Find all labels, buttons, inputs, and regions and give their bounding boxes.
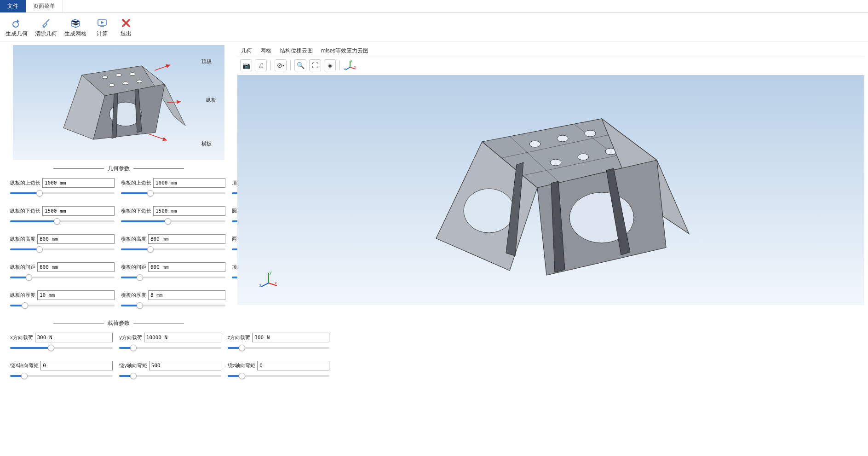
geom-slider-0[interactable] [10,190,115,197]
geom-label-1: 横板的上边长 [121,179,151,186]
load-slider-1[interactable] [119,344,221,352]
geom-label-12: 纵板的厚度 [10,292,35,299]
svg-text:y: y [270,270,272,275]
view-mode-button[interactable]: ⊘▾ [275,59,287,71]
load-label-0: x方向载荷 [10,334,33,341]
geom-section-title: 几何参数 [108,165,130,173]
preview-label-top: 顶板 [201,58,212,65]
svg-point-29 [529,141,540,147]
toolbar-separator [339,60,340,70]
load-input-1[interactable] [144,333,221,342]
print-button[interactable]: 🖨 [255,59,267,71]
geom-input-10[interactable] [148,262,225,272]
geom-label-9: 纵板的间距 [10,264,35,271]
preview-label-cross: 横板 [201,140,212,147]
load-label-4: 绕y轴向弯矩 [119,362,147,369]
svg-point-7 [123,82,128,85]
load-slider-5[interactable] [228,372,330,380]
geom-param-4: 横板的下边长 [121,206,225,225]
geom-input-12[interactable] [37,290,115,300]
svg-point-30 [557,135,568,142]
load-input-0[interactable] [35,333,113,342]
svg-point-5 [130,73,135,75]
viewer-tab-mesh[interactable]: 网格 [260,47,271,55]
gen-geom-label: 生成几何 [6,30,28,38]
main-area: 顶板 纵板 横板 几何参数 纵板的上边长横板的上边长顶板圆孔半径纵板的下边长横板… [0,41,868,383]
geom-input-4[interactable] [153,206,225,216]
load-input-4[interactable] [149,361,221,370]
geom-param-3: 纵板的下边长 [10,206,115,225]
snapshot-button[interactable]: 📷 [240,59,252,71]
close-x-icon [121,17,131,29]
camera-icon: 📷 [242,62,250,69]
svg-point-8 [137,80,142,83]
compute-button[interactable]: 计算 [92,16,112,39]
exit-button[interactable]: 退出 [116,16,136,39]
menubar-tab-page-menu[interactable]: 页面菜单 [26,0,63,12]
geom-param-6: 纵板的高度 [10,234,115,253]
viewer-toolbar: 📷 🖨 ⊘▾ 🔍 ⛶ ◈ yxz [237,57,864,74]
geom-slider-4[interactable] [121,218,225,225]
geom-slider-9[interactable] [10,274,115,281]
rotate-icon: ◈ [328,62,333,69]
mesh-cube-icon [69,17,81,29]
gen-mesh-button[interactable]: 生成网格 [63,16,88,39]
menubar-tab-file[interactable]: 文件 [0,0,26,12]
viewer-tab-mises[interactable]: mises等效应力云图 [321,47,368,55]
load-params-grid: x方向载荷y方向载荷z方向载荷绕X轴向弯矩绕y轴向弯矩绕z轴向弯矩 [4,333,234,380]
geom-input-9[interactable] [37,262,115,272]
geom-slider-10[interactable] [121,274,225,281]
load-slider-0[interactable] [10,344,113,352]
viewer-tab-geom[interactable]: 几何 [241,47,252,55]
geom-input-13[interactable] [148,290,225,300]
fit-button[interactable]: ⛶ [309,59,321,71]
geom-input-0[interactable] [42,178,115,188]
zoom-window-button[interactable]: 🔍 [294,59,306,71]
parameters-panel: 顶板 纵板 横板 几何参数 纵板的上边长横板的上边长顶板圆孔半径纵板的下边长横板… [4,45,234,380]
geom-input-1[interactable] [153,178,225,188]
chevron-down-icon: ▾ [282,63,284,68]
geom-label-4: 横板的下边长 [121,208,151,214]
brush-icon [40,17,52,29]
geom-slider-7[interactable] [121,246,225,253]
geom-param-13: 横板的厚度 [121,290,225,309]
load-param-3: 绕X轴向弯矩 [10,361,113,380]
load-param-1: y方向载荷 [119,333,221,352]
geom-label-10: 横板的间距 [121,264,146,271]
geom-slider-13[interactable] [121,302,225,309]
gen-geom-button[interactable]: 生成几何 [4,16,29,39]
geom-input-6[interactable] [37,234,115,244]
axis-gizmo-toolbar-icon[interactable]: yxz [344,59,356,72]
geom-param-7: 横板的高度 [121,234,225,253]
geom-label-3: 纵板的下边长 [10,208,40,214]
load-slider-2[interactable] [228,344,330,352]
geom-slider-3[interactable] [10,218,115,225]
geom-slider-6[interactable] [10,246,115,253]
svg-line-17 [149,134,167,140]
load-input-3[interactable] [40,361,113,370]
axis-gizmo-viewport-icon: yxz [259,270,278,289]
geom-param-10: 横板的间距 [121,262,225,281]
svg-point-4 [116,74,121,76]
3d-viewport[interactable]: yxz [237,75,864,305]
load-param-4: 绕y轴向弯矩 [119,361,221,380]
rotate-button[interactable]: ◈ [324,59,336,71]
geom-input-3[interactable] [42,206,115,216]
geom-slider-12[interactable] [10,302,115,309]
svg-text:x: x [275,281,277,285]
geom-param-0: 纵板的上边长 [10,178,115,197]
preview-label-side: 纵板 [206,97,216,104]
load-section-divider: 载荷参数 [4,319,234,327]
clear-geom-button[interactable]: 清除几何 [33,16,59,39]
svg-point-31 [585,130,596,137]
load-slider-3[interactable] [10,372,113,380]
geom-params-grid: 纵板的上边长横板的上边长顶板圆孔半径纵板的下边长横板的下边长圆孔间距纵板的高度横… [4,178,234,309]
viewer-tab-disp[interactable]: 结构位移云图 [280,47,313,55]
load-slider-4[interactable] [119,372,221,380]
geom-slider-1[interactable] [121,190,225,197]
geom-param-1: 横板的上边长 [121,178,225,197]
shape-icon [11,17,22,29]
toolbar-separator [290,60,291,70]
viewer-panel: 几何 网格 结构位移云图 mises等效应力云图 📷 🖨 ⊘▾ 🔍 ⛶ ◈ yx… [237,45,864,380]
geom-input-7[interactable] [148,234,225,244]
